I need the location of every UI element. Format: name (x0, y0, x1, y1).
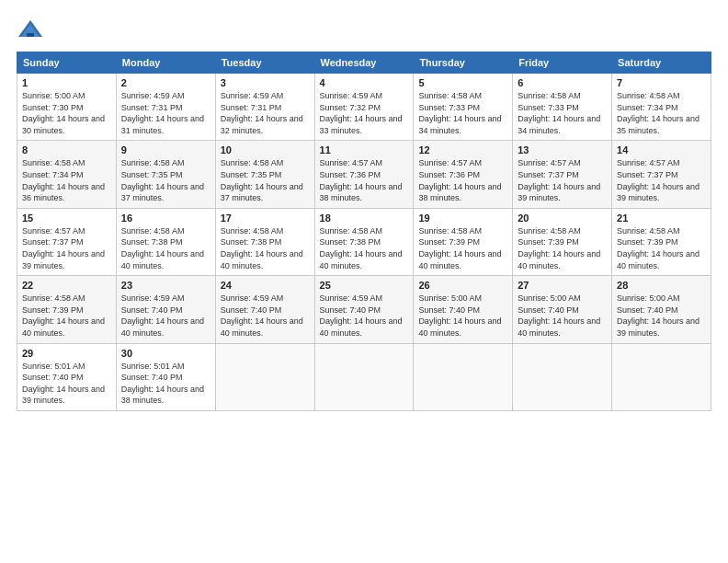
calendar-cell: 23Sunrise: 4:59 AMSunset: 7:40 PMDayligh… (116, 276, 215, 343)
calendar-header-friday: Friday (513, 52, 612, 74)
day-number: 2 (121, 77, 210, 88)
day-number: 30 (121, 348, 210, 359)
calendar-cell: 25Sunrise: 4:59 AMSunset: 7:40 PMDayligh… (314, 276, 414, 343)
day-number: 11 (320, 144, 409, 155)
calendar-header-monday: Monday (116, 52, 215, 74)
calendar-cell (414, 343, 513, 410)
calendar-cell (612, 343, 711, 410)
day-info: Sunrise: 5:00 AMSunset: 7:40 PMDaylight:… (418, 293, 507, 339)
day-info: Sunrise: 4:57 AMSunset: 7:36 PMDaylight:… (418, 157, 507, 203)
calendar-header-row: SundayMondayTuesdayWednesdayThursdayFrid… (17, 52, 711, 74)
day-info: Sunrise: 4:59 AMSunset: 7:40 PMDaylight:… (221, 293, 310, 339)
calendar-cell: 29Sunrise: 5:01 AMSunset: 7:40 PMDayligh… (17, 343, 117, 410)
day-info: Sunrise: 4:58 AMSunset: 7:38 PMDaylight:… (221, 225, 310, 271)
day-info: Sunrise: 4:58 AMSunset: 7:33 PMDaylight:… (418, 90, 507, 136)
day-info: Sunrise: 5:01 AMSunset: 7:40 PMDaylight:… (121, 361, 210, 407)
day-number: 9 (121, 144, 210, 155)
calendar-week-row: 8Sunrise: 4:58 AMSunset: 7:34 PMDaylight… (17, 141, 711, 208)
day-info: Sunrise: 4:57 AMSunset: 7:36 PMDaylight:… (320, 157, 409, 203)
calendar-cell: 3Sunrise: 4:59 AMSunset: 7:31 PMDaylight… (215, 74, 314, 141)
day-info: Sunrise: 4:58 AMSunset: 7:39 PMDaylight:… (22, 293, 111, 339)
day-number: 21 (617, 213, 706, 224)
day-number: 13 (518, 144, 607, 155)
calendar-cell (215, 343, 314, 410)
day-info: Sunrise: 5:01 AMSunset: 7:40 PMDaylight:… (22, 361, 111, 407)
day-number: 24 (221, 280, 310, 291)
day-number: 28 (617, 280, 706, 291)
calendar-cell: 13Sunrise: 4:57 AMSunset: 7:37 PMDayligh… (513, 141, 612, 208)
day-number: 20 (518, 213, 607, 224)
day-number: 16 (121, 213, 210, 224)
calendar-cell: 12Sunrise: 4:57 AMSunset: 7:36 PMDayligh… (414, 141, 513, 208)
calendar-cell: 18Sunrise: 4:58 AMSunset: 7:38 PMDayligh… (314, 208, 414, 275)
day-number: 4 (320, 77, 409, 88)
calendar-cell: 8Sunrise: 4:58 AMSunset: 7:34 PMDaylight… (17, 141, 117, 208)
day-info: Sunrise: 5:00 AMSunset: 7:40 PMDaylight:… (617, 293, 706, 339)
calendar-cell: 4Sunrise: 4:59 AMSunset: 7:32 PMDaylight… (314, 74, 414, 141)
calendar-week-row: 29Sunrise: 5:01 AMSunset: 7:40 PMDayligh… (17, 343, 711, 410)
calendar-page: SundayMondayTuesdayWednesdayThursdayFrid… (0, 0, 728, 563)
calendar-table: SundayMondayTuesdayWednesdayThursdayFrid… (17, 52, 711, 411)
day-number: 8 (22, 144, 111, 155)
calendar-cell: 30Sunrise: 5:01 AMSunset: 7:40 PMDayligh… (116, 343, 215, 410)
day-info: Sunrise: 4:58 AMSunset: 7:38 PMDaylight:… (121, 225, 210, 271)
day-number: 6 (518, 77, 607, 88)
day-info: Sunrise: 5:00 AMSunset: 7:30 PMDaylight:… (22, 90, 111, 136)
calendar-header-tuesday: Tuesday (215, 52, 314, 74)
calendar-header-saturday: Saturday (612, 52, 711, 74)
calendar-cell: 28Sunrise: 5:00 AMSunset: 7:40 PMDayligh… (612, 276, 711, 343)
day-number: 10 (221, 144, 310, 155)
day-info: Sunrise: 4:58 AMSunset: 7:35 PMDaylight:… (221, 157, 310, 203)
day-info: Sunrise: 4:58 AMSunset: 7:38 PMDaylight:… (320, 225, 409, 271)
day-number: 5 (418, 77, 507, 88)
calendar-cell: 15Sunrise: 4:57 AMSunset: 7:37 PMDayligh… (17, 208, 117, 275)
day-info: Sunrise: 4:57 AMSunset: 7:37 PMDaylight:… (518, 157, 607, 203)
calendar-cell: 26Sunrise: 5:00 AMSunset: 7:40 PMDayligh… (414, 276, 513, 343)
logo (17, 17, 48, 44)
day-number: 18 (320, 213, 409, 224)
calendar-cell: 6Sunrise: 4:58 AMSunset: 7:33 PMDaylight… (513, 74, 612, 141)
day-info: Sunrise: 4:58 AMSunset: 7:39 PMDaylight:… (418, 225, 507, 271)
logo-icon (17, 17, 44, 44)
calendar-cell (314, 343, 414, 410)
calendar-cell: 27Sunrise: 5:00 AMSunset: 7:40 PMDayligh… (513, 276, 612, 343)
day-number: 15 (22, 213, 111, 224)
day-number: 12 (418, 144, 507, 155)
calendar-header-thursday: Thursday (414, 52, 513, 74)
calendar-header-sunday: Sunday (17, 52, 117, 74)
day-info: Sunrise: 4:59 AMSunset: 7:32 PMDaylight:… (320, 90, 409, 136)
day-info: Sunrise: 4:59 AMSunset: 7:31 PMDaylight:… (121, 90, 210, 136)
calendar-cell: 24Sunrise: 4:59 AMSunset: 7:40 PMDayligh… (215, 276, 314, 343)
day-info: Sunrise: 4:57 AMSunset: 7:37 PMDaylight:… (22, 225, 111, 271)
day-number: 27 (518, 280, 607, 291)
calendar-header-wednesday: Wednesday (314, 52, 414, 74)
day-info: Sunrise: 4:58 AMSunset: 7:34 PMDaylight:… (617, 90, 706, 136)
calendar-cell: 20Sunrise: 4:58 AMSunset: 7:39 PMDayligh… (513, 208, 612, 275)
svg-rect-2 (27, 33, 34, 37)
day-info: Sunrise: 4:58 AMSunset: 7:33 PMDaylight:… (518, 90, 607, 136)
calendar-cell: 7Sunrise: 4:58 AMSunset: 7:34 PMDaylight… (612, 74, 711, 141)
day-info: Sunrise: 4:58 AMSunset: 7:35 PMDaylight:… (121, 157, 210, 203)
calendar-cell: 19Sunrise: 4:58 AMSunset: 7:39 PMDayligh… (414, 208, 513, 275)
calendar-week-row: 1Sunrise: 5:00 AMSunset: 7:30 PMDaylight… (17, 74, 711, 141)
calendar-cell: 1Sunrise: 5:00 AMSunset: 7:30 PMDaylight… (17, 74, 117, 141)
calendar-cell: 16Sunrise: 4:58 AMSunset: 7:38 PMDayligh… (116, 208, 215, 275)
day-info: Sunrise: 4:59 AMSunset: 7:40 PMDaylight:… (121, 293, 210, 339)
day-info: Sunrise: 4:58 AMSunset: 7:39 PMDaylight:… (617, 225, 706, 271)
calendar-cell: 17Sunrise: 4:58 AMSunset: 7:38 PMDayligh… (215, 208, 314, 275)
day-info: Sunrise: 4:59 AMSunset: 7:31 PMDaylight:… (221, 90, 310, 136)
calendar-cell: 11Sunrise: 4:57 AMSunset: 7:36 PMDayligh… (314, 141, 414, 208)
day-number: 1 (22, 77, 111, 88)
day-number: 23 (121, 280, 210, 291)
day-info: Sunrise: 4:57 AMSunset: 7:37 PMDaylight:… (617, 157, 706, 203)
calendar-cell: 2Sunrise: 4:59 AMSunset: 7:31 PMDaylight… (116, 74, 215, 141)
calendar-cell: 10Sunrise: 4:58 AMSunset: 7:35 PMDayligh… (215, 141, 314, 208)
calendar-week-row: 22Sunrise: 4:58 AMSunset: 7:39 PMDayligh… (17, 276, 711, 343)
calendar-cell: 5Sunrise: 4:58 AMSunset: 7:33 PMDaylight… (414, 74, 513, 141)
calendar-cell: 14Sunrise: 4:57 AMSunset: 7:37 PMDayligh… (612, 141, 711, 208)
day-info: Sunrise: 4:59 AMSunset: 7:40 PMDaylight:… (320, 293, 409, 339)
day-info: Sunrise: 4:58 AMSunset: 7:39 PMDaylight:… (518, 225, 607, 271)
day-number: 7 (617, 77, 706, 88)
day-number: 14 (617, 144, 706, 155)
day-number: 26 (418, 280, 507, 291)
